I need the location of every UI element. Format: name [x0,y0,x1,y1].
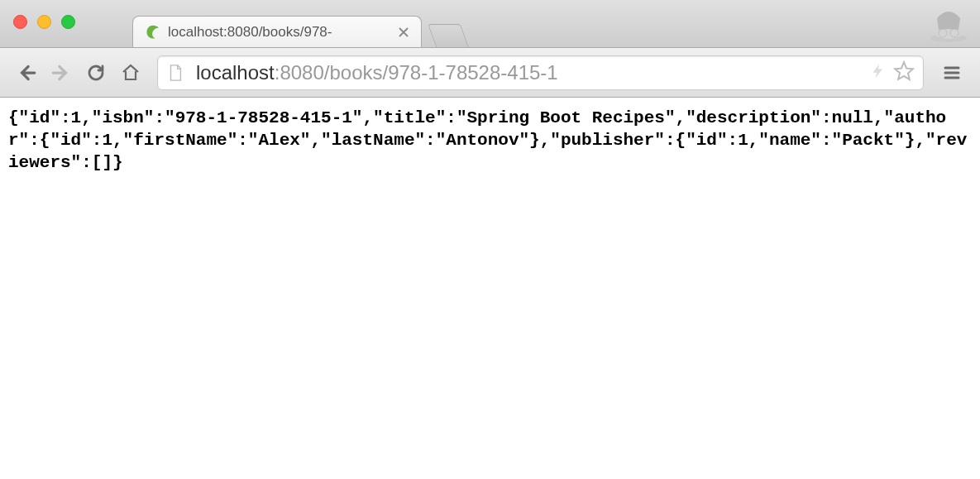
back-button[interactable] [13,60,40,86]
bookmark-star-icon[interactable] [893,60,915,85]
page-icon [166,64,184,82]
tab-title: localhost:8080/books/978- [168,24,391,41]
response-body: {"id":1,"isbn":"978-1-78528-415-1","titl… [0,98,980,184]
reload-button[interactable] [83,60,109,86]
close-tab-icon[interactable] [398,26,409,38]
browser-tab-strip: localhost:8080/books/978- [0,0,980,48]
home-button[interactable] [117,60,144,86]
menu-button[interactable] [937,58,967,88]
url-text: localhost:8080/books/978-1-78528-415-1 [196,61,558,84]
window-controls [13,15,75,29]
incognito-icon [929,7,968,43]
url-path: :8080/books/978-1-78528-415-1 [275,61,558,84]
close-window-button[interactable] [13,15,27,29]
url-host: localhost [196,61,275,84]
svg-point-2 [950,29,958,37]
new-tab-button[interactable] [428,24,469,47]
minimize-window-button[interactable] [37,15,51,29]
browser-tab[interactable]: localhost:8080/books/978- [132,16,422,47]
address-bar[interactable]: localhost:8080/books/978-1-78528-415-1 [157,55,924,90]
maximize-window-button[interactable] [61,15,75,29]
browser-toolbar: localhost:8080/books/978-1-78528-415-1 [0,48,980,98]
lightning-icon[interactable] [870,63,887,83]
spring-leaf-icon [145,24,161,41]
svg-point-1 [939,29,947,37]
forward-button[interactable] [48,60,74,86]
